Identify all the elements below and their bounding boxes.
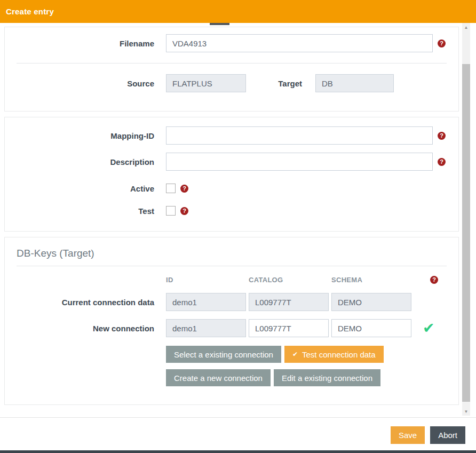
new-catalog-input[interactable]	[249, 319, 329, 337]
db-keys-header-row: ID CATALOG SCHEMA ?	[5, 276, 458, 284]
active-checkbox[interactable]	[166, 184, 176, 193]
check-icon: ✔	[292, 351, 298, 358]
mapping-id-input[interactable]	[166, 126, 433, 145]
form-content: Filename ? Source Target Mapping-ID ? De…	[0, 23, 462, 405]
current-connection-row: Current connection data	[5, 293, 458, 311]
dialog-header: Create entry	[0, 0, 476, 23]
help-icon[interactable]: ?	[438, 132, 446, 140]
divider	[17, 63, 447, 63]
help-icon[interactable]: ?	[180, 185, 188, 193]
select-existing-connection-button[interactable]: Select a existing connection	[166, 346, 281, 363]
window-bottom-edge	[0, 450, 476, 453]
vertical-scrollbar[interactable]: ▲ ▼	[462, 23, 470, 416]
description-row: Description ?	[5, 153, 458, 171]
test-checkbox[interactable]	[166, 206, 176, 216]
dialog-footer: Save Abort	[0, 417, 476, 450]
column-header-catalog: CATALOG	[249, 276, 329, 284]
new-schema-input[interactable]	[331, 319, 411, 337]
filename-input[interactable]	[166, 34, 433, 52]
mapping-id-label: Mapping-ID	[5, 131, 166, 140]
source-label: Source	[5, 79, 166, 88]
new-connection-label: New connection	[5, 324, 166, 333]
edit-existing-connection-button[interactable]: Edit a existing connection	[274, 369, 380, 386]
test-connection-label: Test connection data	[302, 350, 376, 359]
current-id-input	[166, 293, 246, 311]
create-entry-dialog: Create entry Filename ? Source Target Ma…	[0, 0, 476, 453]
current-connection-label: Current connection data	[5, 298, 166, 307]
db-keys-title: DB-Keys (Target)	[17, 247, 447, 266]
scrollbar-thumb[interactable]	[462, 64, 470, 402]
description-input[interactable]	[166, 153, 433, 171]
active-label: Active	[5, 184, 166, 193]
create-new-connection-button[interactable]: Create a new connection	[166, 369, 271, 386]
save-button[interactable]: Save	[391, 426, 425, 444]
current-schema-input	[331, 293, 411, 311]
help-icon[interactable]: ?	[430, 276, 438, 284]
connection-valid-check-icon: ✔	[423, 321, 435, 336]
source-input	[166, 74, 246, 92]
active-row: Active ?	[5, 184, 458, 193]
panel-db-keys: DB-Keys (Target) ID CATALOG SCHEMA ? Cur…	[4, 237, 459, 405]
panel-mapping: Mapping-ID ? Description ? Active ? Test…	[4, 117, 459, 232]
panel-file-info: Filename ? Source Target	[4, 27, 459, 112]
target-input	[315, 74, 394, 92]
target-label: Target	[278, 79, 315, 88]
new-id-input	[166, 319, 246, 337]
abort-button[interactable]: Abort	[430, 426, 465, 444]
source-target-row: Source Target	[5, 74, 458, 92]
db-buttons-row-1: Select a existing connection ✔ Test conn…	[166, 346, 458, 363]
db-buttons-row-2: Create a new connection Edit a existing …	[166, 369, 458, 386]
column-header-schema: SCHEMA	[331, 276, 411, 284]
scroll-up-icon[interactable]: ▲	[462, 23, 470, 31]
new-connection-row: New connection ✔	[5, 319, 458, 337]
column-header-id: ID	[166, 276, 246, 284]
description-label: Description	[5, 157, 166, 166]
test-label: Test	[5, 206, 166, 216]
filename-label: Filename	[5, 39, 166, 48]
help-icon[interactable]: ?	[438, 39, 446, 47]
filename-row: Filename ?	[5, 34, 458, 52]
help-icon[interactable]: ?	[438, 158, 446, 166]
mapping-id-row: Mapping-ID ?	[5, 126, 458, 145]
test-connection-button[interactable]: ✔ Test connection data	[284, 346, 384, 363]
current-catalog-input	[249, 293, 329, 311]
help-icon[interactable]: ?	[180, 207, 188, 215]
test-row: Test ?	[5, 206, 458, 216]
dialog-title: Create entry	[6, 7, 54, 16]
scroll-down-icon[interactable]: ▼	[462, 407, 470, 416]
